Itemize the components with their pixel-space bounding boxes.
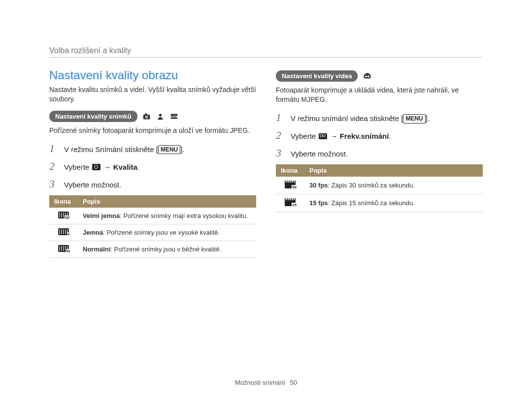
row-rest: : Pořízené snímky jsou v běžné kvalitě. xyxy=(110,246,221,253)
step1-post: ]. xyxy=(180,145,184,154)
step-3: 3 Vyberte možnost. xyxy=(276,147,483,159)
step2-post: . xyxy=(137,163,139,171)
breadcrumb: Volba rozlišení a kvality xyxy=(49,46,483,55)
camera-icon xyxy=(92,164,100,170)
table-cell-desc: Velmi jemná: Pořízené snímky mají extra … xyxy=(78,208,256,224)
row-rest: : Zápis 15 snímků za sekundu. xyxy=(328,199,415,207)
svg-rect-11 xyxy=(366,73,369,75)
row-bold: 15 fps xyxy=(309,199,328,207)
left-column: Nastavení kvality obrazu Nastavte kvalit… xyxy=(49,68,256,258)
video-icon xyxy=(319,133,327,139)
step-number: 1 xyxy=(49,142,58,155)
video-steps: 1 V režimu snímání videa stiskněte [MENU… xyxy=(276,111,483,159)
step-text: Vyberte možnost. xyxy=(291,149,348,159)
table-header-icon: Ikona xyxy=(49,195,78,208)
step-number: 2 xyxy=(49,160,58,173)
svg-rect-8 xyxy=(364,74,371,79)
pill-row-video: Nastavení kvality videa xyxy=(276,70,483,82)
step-2: 2 Vyberte → Kvalita. xyxy=(49,160,256,173)
table-row: SF Velmi jemná: Pořízené snímky mají ext… xyxy=(49,208,256,224)
footer-section: Možnosti snímání xyxy=(235,379,285,386)
step-1: 1 V režimu snímání videa stiskněte [MENU… xyxy=(276,111,483,124)
step-number: 3 xyxy=(276,147,285,159)
step-2: 2 Vyberte → Frekv.snímání. xyxy=(276,129,483,142)
quality-icon-normal: N xyxy=(49,241,78,257)
svg-point-10 xyxy=(367,75,369,77)
step-text: V režimu snímání videa stiskněte [MENU]. xyxy=(291,113,430,123)
row-bold: Jemná xyxy=(83,229,103,236)
fps-icon-30: 30 xyxy=(276,177,304,194)
table-row: 15 15 fps: Zápis 15 snímků za sekundu. xyxy=(276,194,483,212)
row-bold: 30 fps xyxy=(309,182,328,189)
video-fps-table: Ikona Popis 30 30 fps: Zápis 30 snímků z… xyxy=(276,164,483,212)
section-heading: Nastavení kvality obrazu xyxy=(49,68,256,82)
table-row: F Jemná: Pořízené snímky jsou ve vysoké … xyxy=(49,224,256,241)
pill-row-photo: Nastavení kvality snímků P SCENE xyxy=(49,111,256,122)
video-mode-icon xyxy=(363,72,371,81)
table-header-desc: Popis xyxy=(78,195,256,208)
arrow-icon: → xyxy=(328,132,339,140)
table-header-icon: Ikona xyxy=(276,164,304,177)
svg-rect-1 xyxy=(145,113,147,115)
video-subtext: Fotoaparát komprimuje a ukládá videa, kt… xyxy=(276,86,483,104)
scene-mode-icon: SCENE xyxy=(170,112,179,121)
step1-pre: V režimu snímání videa stiskněte [ xyxy=(291,114,403,123)
row-bold: Normální xyxy=(83,246,110,253)
svg-text:P: P xyxy=(149,117,151,120)
pill-photo-quality: Nastavení kvality snímků xyxy=(49,111,137,122)
divider xyxy=(49,57,483,58)
step2-pre: Vyberte xyxy=(291,132,318,140)
page-footer: Možnosti snímání 50 xyxy=(0,379,532,386)
step2-bold: Frekv.snímání xyxy=(340,132,389,140)
right-column: Nastavení kvality videa Fotoaparát kompr… xyxy=(276,68,483,258)
svg-point-9 xyxy=(365,75,367,77)
step1-pre: V režimu Snímání stiskněte [ xyxy=(64,145,158,154)
menu-button-icon: MENU xyxy=(403,114,425,123)
photo-steps: 1 V režimu Snímání stiskněte [MENU]. 2 V… xyxy=(49,142,256,190)
table-row: 30 30 fps: Zápis 30 snímků za sekundu. xyxy=(276,177,483,194)
quality-icon-superfine: SF xyxy=(49,208,78,224)
svg-point-3 xyxy=(146,116,147,118)
step-3: 3 Vyberte možnost. xyxy=(49,178,256,190)
arrow-icon: → xyxy=(101,163,113,171)
page: Volba rozlišení a kvality Nastavení kval… xyxy=(0,0,532,401)
fps-icon-15: 15 xyxy=(276,194,304,212)
step-text: Vyberte možnost. xyxy=(64,180,121,190)
page-number: 50 xyxy=(290,379,297,386)
content-columns: Nastavení kvality obrazu Nastavte kvalit… xyxy=(49,68,483,258)
table-cell-desc: 15 fps: Zápis 15 snímků za sekundu. xyxy=(304,194,483,212)
step-number: 3 xyxy=(49,178,58,190)
pill-video-quality: Nastavení kvality videa xyxy=(276,70,358,82)
svg-point-5 xyxy=(159,114,162,116)
table-cell-desc: Normální: Pořízené snímky jsou v běžné k… xyxy=(78,241,256,257)
step-number: 2 xyxy=(276,129,285,142)
row-rest: : Zápis 30 snímků za sekundu. xyxy=(328,182,415,189)
step-1: 1 V režimu Snímání stiskněte [MENU]. xyxy=(49,142,256,155)
menu-button-icon: MENU xyxy=(158,145,180,154)
step-text: Vyberte → Frekv.snímání. xyxy=(291,131,391,141)
table-row: N Normální: Pořízené snímky jsou v běžné… xyxy=(49,241,256,257)
table-header-desc: Popis xyxy=(304,164,483,177)
svg-text:SCENE: SCENE xyxy=(170,115,178,118)
step2-pre: Vyberte xyxy=(64,163,91,171)
step1-post: ]. xyxy=(426,114,430,123)
quality-icon-fine: F xyxy=(49,224,78,241)
step2-bold: Kvalita xyxy=(113,163,137,171)
step2-post: . xyxy=(389,132,391,140)
intro-text: Nastavte kvalitu snímků a videí. Vyšší k… xyxy=(49,85,256,104)
camera-mode-icon: P xyxy=(142,112,151,121)
photo-quality-table: Ikona Popis SF Velmi jemná: Pořízené sní… xyxy=(49,195,256,258)
table-cell-desc: 30 fps: Zápis 30 snímků za sekundu. xyxy=(304,177,483,194)
step-text: V režimu Snímání stiskněte [MENU]. xyxy=(64,144,185,154)
step-text: Vyberte → Kvalita. xyxy=(64,162,139,172)
row-rest: : Pořízené snímky jsou ve vysoké kvalitě… xyxy=(103,229,220,236)
step-number: 1 xyxy=(276,111,285,124)
row-bold: Velmi jemná xyxy=(83,212,120,219)
table-cell-desc: Jemná: Pořízené snímky jsou ve vysoké kv… xyxy=(78,224,256,241)
row-rest: : Pořízené snímky mají extra vysokou kva… xyxy=(120,212,248,219)
photo-subtext: Pořízené snímky fotoaparát komprimuje a … xyxy=(49,126,256,135)
portrait-mode-icon xyxy=(156,112,165,121)
